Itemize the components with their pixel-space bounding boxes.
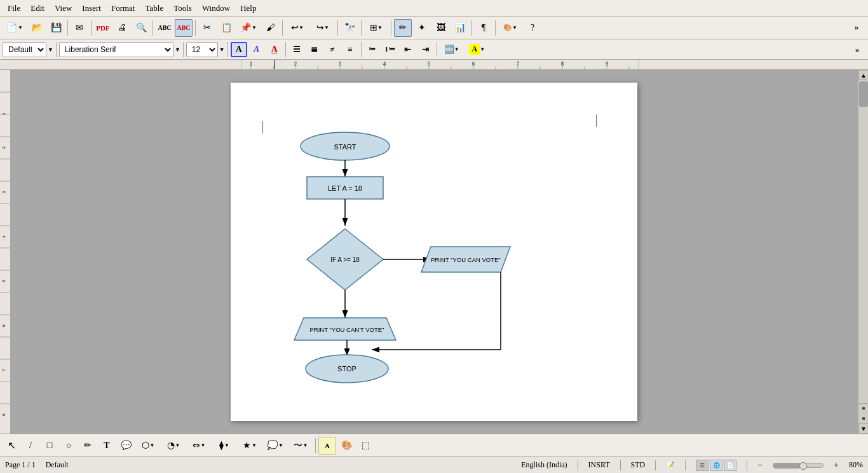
underline-button[interactable]: A (266, 42, 283, 57)
freedraw-tool[interactable]: ✏ (79, 437, 97, 455)
outline-view-button[interactable]: 📄 (724, 460, 736, 471)
open-button[interactable]: 📂 (28, 19, 46, 37)
font-dropdown[interactable]: ▼ (175, 46, 180, 53)
menu-file[interactable]: File (3, 2, 25, 15)
status-sep-4 (685, 460, 686, 470)
normal-view-button[interactable]: ☰ (696, 460, 709, 471)
format-clone-button[interactable]: 🖌 (262, 19, 280, 37)
email-button[interactable]: ✉ (71, 19, 88, 37)
italic-button[interactable]: A (248, 42, 265, 57)
copy-button[interactable]: 📋 (217, 19, 235, 37)
scroll-mid-1[interactable]: ◾ (858, 403, 868, 413)
std-status: STD (631, 460, 646, 470)
curve-tool[interactable]: 〜 ▼ (288, 437, 313, 455)
bold-button[interactable]: A (231, 42, 247, 57)
menu-help[interactable]: Help (235, 2, 261, 15)
menu-view[interactable]: View (50, 2, 77, 15)
web-view-button[interactable]: 🌐 (710, 460, 722, 471)
save-button[interactable]: 💾 (47, 19, 65, 37)
font-color-button[interactable]: 🔤 ▼ (440, 42, 464, 57)
scroll-down-arrow[interactable]: ▼ (858, 423, 868, 434)
menu-table[interactable]: Table (140, 2, 168, 15)
nonprint-button[interactable]: ¶ (475, 19, 492, 37)
separator-fmt-4 (285, 42, 286, 57)
insert-shape-button[interactable]: ✦ (413, 19, 431, 37)
scroll-up-arrow[interactable]: ▲ (858, 70, 868, 80)
insert-image-button[interactable]: 🖼 (432, 19, 450, 37)
svg-rect-0 (0, 60, 868, 70)
size-dropdown[interactable]: ▼ (219, 46, 225, 53)
scroll-track[interactable] (858, 80, 868, 403)
flowshape-tool[interactable]: ⧫ ▼ (212, 437, 236, 455)
navigator-button[interactable]: 🔭 (341, 19, 358, 37)
arc-icon: ◔ (167, 440, 175, 451)
zoom-out-button[interactable]: − (757, 460, 763, 470)
rectangle-tool[interactable]: □ (41, 437, 58, 455)
paragraph-style-select[interactable]: Default (3, 42, 46, 57)
paste-button[interactable]: 📌 ▼ (236, 19, 261, 37)
align-center-button[interactable]: ≣ (306, 42, 323, 57)
separator-9 (471, 20, 472, 36)
zoom-slider-thumb[interactable] (799, 462, 807, 470)
vertical-scrollbar[interactable]: ▲ ◾ ◾ ▼ (858, 70, 868, 434)
stop-label: STOP (337, 365, 356, 373)
menu-window[interactable]: Window (197, 2, 235, 15)
document-content-area[interactable]: START LET A = 18 IF A >= 18 PRINT "YOU C… (10, 70, 858, 434)
separator-4 (195, 20, 196, 36)
callout-tool[interactable]: 💬 (117, 437, 135, 455)
style-dropdown[interactable]: ▼ (48, 46, 53, 53)
highlight-color-button[interactable]: A ▼ (465, 42, 489, 57)
stars-tool[interactable]: ★ ▼ (238, 437, 262, 455)
align-left-button[interactable]: ☰ (288, 42, 305, 57)
more-format-button[interactable]: » (849, 42, 865, 57)
decrease-indent-button[interactable]: ⇤ (400, 42, 416, 57)
cut-button[interactable]: ✂ (198, 19, 216, 37)
paste-dropdown-arrow[interactable]: ▼ (252, 25, 257, 31)
menu-edit[interactable]: Edit (25, 2, 50, 15)
ellipse-tool[interactable]: ○ (60, 437, 78, 455)
more-button[interactable]: » (848, 19, 865, 37)
print-preview-button[interactable]: 🔍 (132, 19, 150, 37)
font-family-select[interactable]: Liberation Serif (59, 42, 173, 57)
autocorrect-button[interactable]: ABC (175, 19, 193, 37)
scroll-mid-2[interactable]: ◾ (858, 413, 868, 423)
separator-fmt-3 (227, 42, 228, 57)
align-justify-button[interactable]: ≡ (342, 42, 358, 57)
select-tool[interactable]: ↖ (3, 437, 20, 455)
menu-format[interactable]: Format (106, 2, 140, 15)
ordered-list-button[interactable]: 1≔ (382, 42, 398, 57)
polygon-tool[interactable]: ⬡ ▼ (136, 437, 160, 455)
status-sep-2 (620, 460, 621, 470)
menu-insert[interactable]: Insert (77, 2, 106, 15)
new-button[interactable]: 📄 ▼ (3, 19, 27, 37)
undo-button[interactable]: ↩ ▼ (285, 19, 309, 37)
new-dropdown-arrow[interactable]: ▼ (18, 25, 23, 31)
caption-tool[interactable]: 💭 ▼ (263, 437, 287, 455)
zoom-in-button[interactable]: + (834, 460, 839, 470)
image-insert-button[interactable]: A (318, 437, 336, 455)
draw-mode-button[interactable]: ✏ (394, 19, 412, 37)
help-button[interactable]: ? (524, 19, 541, 37)
line-tool[interactable]: / (22, 437, 39, 455)
svg-rect-31 (0, 70, 10, 434)
font-size-select[interactable]: 12 (186, 42, 218, 57)
align-right-button[interactable]: ≠ (324, 42, 341, 57)
table-insert-button[interactable]: ⊞ ▼ (364, 19, 388, 37)
menu-tools[interactable]: Tools (168, 2, 197, 15)
text-tool[interactable]: T (98, 437, 116, 455)
insert-chart-button[interactable]: 📊 (451, 19, 469, 37)
redo-button[interactable]: ↪ ▼ (311, 19, 335, 37)
print-button[interactable]: 🖨 (113, 19, 131, 37)
unordered-list-button[interactable]: ≔ (364, 42, 381, 57)
svg-text:9: 9 (606, 61, 608, 67)
extrusion-button[interactable]: ⬚ (356, 437, 374, 455)
increase-indent-button[interactable]: ⇥ (417, 42, 434, 57)
color-picker-button[interactable]: 🎨 (337, 437, 355, 455)
spellcheck-button[interactable]: ABC (156, 19, 173, 37)
zoom-slider-track[interactable] (773, 463, 824, 468)
highlight-button[interactable]: 🎨 ▼ (498, 19, 522, 37)
blockarrow-tool[interactable]: ⇔ ▼ (187, 437, 211, 455)
arc-tool[interactable]: ◔ ▼ (161, 437, 186, 455)
export-pdf-button[interactable]: PDF (94, 19, 112, 37)
scroll-thumb[interactable] (859, 81, 868, 107)
